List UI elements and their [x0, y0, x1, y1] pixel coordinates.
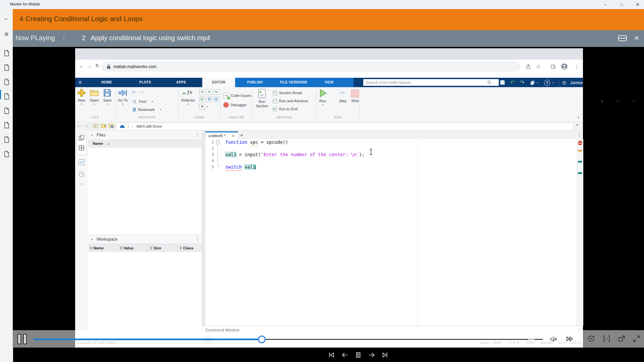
find-dropdown-icon[interactable]: ▾	[152, 100, 153, 103]
save-dropdown-icon[interactable]: ▾	[100, 103, 115, 106]
navigate-back-icon[interactable]: ⇦	[131, 88, 136, 96]
bookmark-dropdown-icon[interactable]: ▾	[160, 108, 161, 111]
tab-publish[interactable]: PUBLISH	[247, 80, 263, 84]
code-issues-button[interactable]: %✓ Code Issues	[223, 92, 251, 99]
minimize-button[interactable]: –	[600, 1, 610, 8]
help-dropdown-icon[interactable]: ▾	[553, 81, 554, 84]
goto-button[interactable]: Go To ▾	[115, 88, 130, 106]
miniplayer-icon[interactable]	[618, 35, 627, 42]
save-icon[interactable]	[500, 80, 505, 85]
browser-menu-icon[interactable]: ⋮	[574, 64, 579, 70]
address-bar[interactable]: matlab.mathworks.com	[101, 62, 521, 72]
collapse-workspace-icon[interactable]: ▾	[91, 238, 93, 241]
sidebar-item-video-5[interactable]	[0, 106, 13, 115]
browser-forward-icon[interactable]: ←	[87, 63, 92, 69]
progress-handle[interactable]	[258, 336, 266, 343]
files-list-empty[interactable]	[88, 148, 202, 235]
files-panel-menu-icon[interactable]: ⋮	[195, 132, 200, 137]
column-grip[interactable]	[90, 246, 92, 250]
menu-button[interactable]: ≡	[0, 29, 13, 39]
workspace-col-name[interactable]: Name	[88, 244, 118, 252]
user-name[interactable]: James	[570, 80, 582, 85]
tab-file-versions[interactable]: FILE VERSIONS	[280, 80, 307, 84]
workspace-panel-menu-icon[interactable]: ⋮	[195, 237, 200, 242]
user-icon[interactable]: ⊙	[562, 80, 567, 86]
sort-asc-icon[interactable]: ▲	[107, 142, 110, 145]
copy-dropdown-icon[interactable]: ▾	[537, 81, 538, 84]
help-icon[interactable]: ?	[544, 80, 550, 86]
more-panels-icon[interactable]: ⋯	[79, 181, 84, 187]
sidebar-item-video-7[interactable]	[0, 135, 13, 144]
highlight-marker-1[interactable]	[578, 161, 582, 163]
indent-right-icon[interactable]	[213, 97, 219, 102]
close-button[interactable]: ✕	[633, 1, 643, 8]
new-folder-icon[interactable]	[101, 123, 107, 128]
refactor-button[interactable]: ⬅ ƒx Refactor ▾	[181, 88, 196, 106]
crumb-dropdown-icon[interactable]: ▾	[576, 123, 578, 127]
comment-block-icon[interactable]: %	[206, 89, 212, 95]
sidebar-item-video-2[interactable]	[0, 63, 13, 72]
column-grip[interactable]	[150, 246, 152, 250]
refactor-dropdown-icon[interactable]: ▾	[181, 103, 196, 106]
bookmark-button[interactable]: Bookmark ▾	[132, 106, 161, 113]
pause-icon[interactable]	[355, 351, 362, 359]
path-segment[interactable]: MATLAB Drive	[137, 124, 162, 128]
warning-marker[interactable]	[578, 150, 582, 152]
collapse-files-icon[interactable]: ▾	[91, 134, 93, 137]
format-dropdown-icon[interactable]: ▾	[207, 106, 208, 108]
browser-back-icon[interactable]: ←	[78, 63, 84, 69]
plots-panel-icon[interactable]	[78, 159, 85, 166]
run-to-end-button[interactable]: Run to End	[272, 105, 298, 113]
code-line-4[interactable]	[225, 158, 365, 164]
tab-editor-active[interactable]: EDITOR	[212, 80, 225, 84]
skip-previous-icon[interactable]	[328, 351, 335, 359]
back-button[interactable]: ←	[0, 13, 13, 23]
browser-reload-icon[interactable]: ↻	[95, 63, 100, 69]
captions-icon[interactable]	[602, 335, 611, 343]
popout-icon[interactable]	[618, 335, 626, 343]
play-pause-button[interactable]	[17, 334, 27, 344]
sidebar-item-video-4-selected[interactable]	[0, 92, 13, 101]
workspace-panel-header[interactable]: ▾ Workspace ⋮	[88, 235, 202, 244]
folder-up-icon[interactable]	[93, 123, 99, 128]
editor-new-tab-icon[interactable]: +	[240, 132, 243, 138]
wrap-comments-icon[interactable]	[199, 97, 205, 102]
code-fold-icon[interactable]: −	[216, 140, 220, 144]
section-break-button[interactable]: Section Break	[272, 89, 302, 97]
sidebar-item-video-6[interactable]	[0, 120, 13, 130]
history-panel-icon[interactable]	[78, 171, 85, 178]
editor-tab-close-icon[interactable]: ✕	[232, 134, 234, 138]
side-panel-icon[interactable]	[550, 64, 556, 70]
code-line-5[interactable]: switch val1	[225, 164, 365, 170]
sidebar-item-video-8[interactable]	[0, 149, 13, 159]
workspace-col-value[interactable]: Value	[118, 244, 149, 252]
indent-left-icon[interactable]	[206, 97, 212, 102]
layout-grid-icon[interactable]	[78, 145, 85, 151]
tab-apps[interactable]: APPS	[176, 80, 186, 84]
code-line-2[interactable]	[225, 145, 365, 152]
sidebar-item-video-1[interactable]	[0, 48, 13, 58]
highlight-marker-2[interactable]	[578, 172, 582, 174]
run-and-advance-button[interactable]: Run and Advance	[272, 97, 308, 105]
open-button[interactable]: Open ▾	[87, 88, 102, 106]
open-dropdown-icon[interactable]: ▾	[87, 103, 102, 106]
code-line-3[interactable]: val1 = input('Enter the number of the ce…	[225, 152, 365, 158]
comment-icon[interactable]: %	[199, 89, 205, 95]
run-section-button[interactable]: Run Section	[254, 88, 270, 108]
format-icon[interactable]: fi	[199, 104, 205, 110]
restore-button[interactable]: □	[616, 1, 627, 8]
save-button[interactable]: Save ▾	[100, 88, 115, 106]
bookmark-star-icon[interactable]: ☆	[536, 63, 541, 70]
code-lines[interactable]: function spc = spcode() val1 = input('En…	[225, 139, 365, 170]
files-panel-header[interactable]: ▾ Files ⋮	[88, 131, 202, 140]
progress-bar-filled[interactable]	[34, 339, 261, 340]
files-col-name[interactable]: Name	[93, 141, 103, 145]
files-column-header[interactable]: Name ▲	[88, 140, 202, 148]
tab-home[interactable]: HOME	[101, 80, 112, 84]
fullscreen-icon[interactable]	[632, 335, 641, 343]
toolstrip-search-input[interactable]	[363, 79, 499, 86]
profile-avatar[interactable]	[561, 63, 568, 70]
skip-next-icon[interactable]	[381, 351, 389, 359]
undo-icon[interactable]: ↶	[510, 79, 515, 86]
browser-minimize-icon[interactable]: –	[616, 98, 619, 103]
